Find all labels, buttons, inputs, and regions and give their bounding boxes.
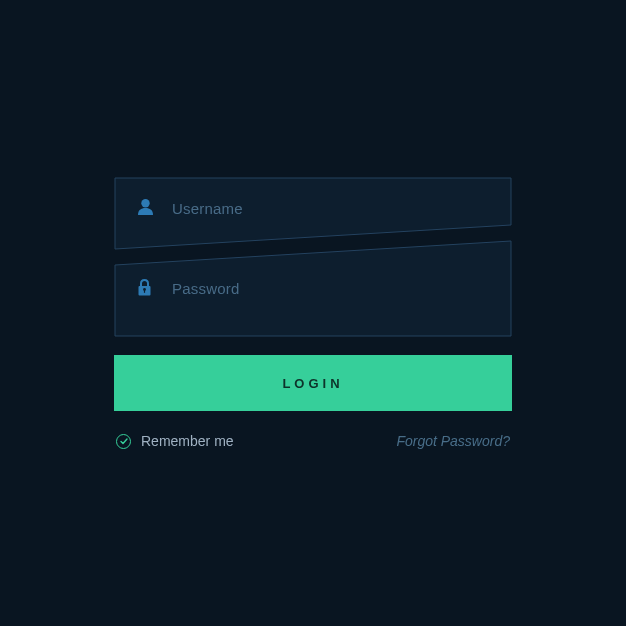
login-form: Username Password LOGIN Rememb bbox=[114, 177, 512, 449]
password-field[interactable]: Password bbox=[138, 279, 239, 297]
login-button[interactable]: LOGIN bbox=[114, 355, 512, 411]
svg-point-2 bbox=[141, 199, 149, 207]
login-button-label: LOGIN bbox=[282, 376, 343, 391]
svg-rect-5 bbox=[144, 290, 145, 293]
username-field[interactable]: Username bbox=[138, 199, 243, 217]
username-placeholder: Username bbox=[172, 200, 243, 217]
check-circle-icon bbox=[116, 434, 131, 449]
input-fields-container: Username Password bbox=[114, 177, 512, 337]
user-icon bbox=[138, 199, 154, 217]
bottom-row: Remember me Forgot Password? bbox=[114, 433, 512, 449]
remember-me-label: Remember me bbox=[141, 433, 234, 449]
lock-icon bbox=[138, 279, 154, 297]
forgot-password-link[interactable]: Forgot Password? bbox=[396, 433, 510, 449]
password-placeholder: Password bbox=[172, 280, 239, 297]
remember-me-checkbox[interactable]: Remember me bbox=[116, 433, 234, 449]
